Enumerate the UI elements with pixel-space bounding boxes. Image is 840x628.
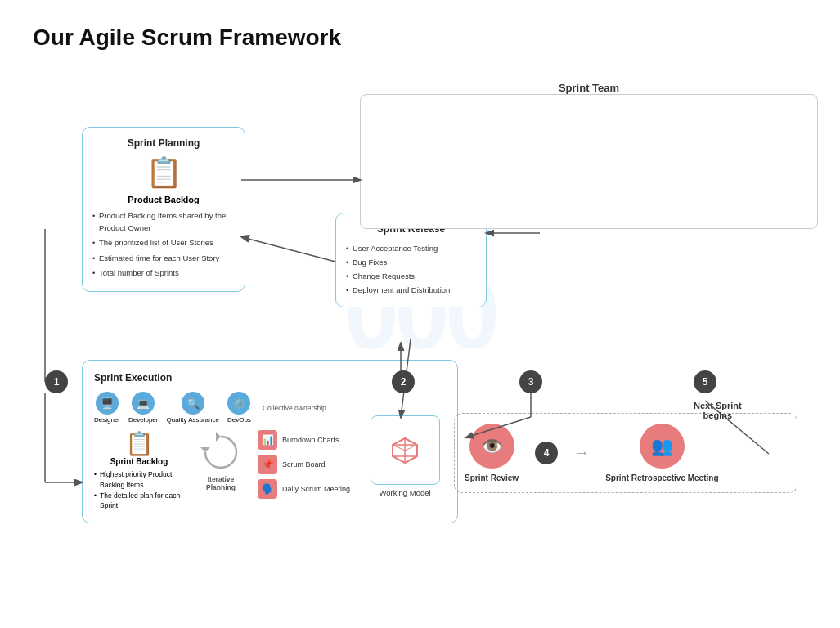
exec-developer: 💻 Developer xyxy=(128,392,158,424)
svg-marker-1 xyxy=(216,432,221,442)
sprint-review-label: Sprint Review xyxy=(465,473,519,482)
exec-qa: 🔍 Quality Assurance xyxy=(166,392,218,424)
sprint-retro-icon: 👥 xyxy=(640,424,685,469)
working-model-label: Working Model xyxy=(364,488,446,497)
working-model-icon xyxy=(389,434,421,467)
sprint-team-container xyxy=(360,94,818,229)
svg-line-10 xyxy=(242,237,335,262)
iterative-planning: Iterative Planning xyxy=(192,430,249,491)
release-list: User Acceptance Testing Bug Fixes Change… xyxy=(346,241,476,297)
sprint-backlog-box: 📋 Sprint Backlog Highest priority Produc… xyxy=(94,430,184,511)
release-item-1: User Acceptance Testing xyxy=(346,241,476,255)
sprint-team-title: Sprint Team xyxy=(360,82,818,94)
backlog-list: Product Backlog Items shared by the Prod… xyxy=(92,209,235,279)
sprint-backlog-item-1: Highest priority Product Backlog Items xyxy=(94,469,184,491)
step-2-circle: 2 xyxy=(392,370,415,393)
step-5-circle: 5 xyxy=(694,370,716,393)
review-retro-arrow: → xyxy=(574,445,589,462)
sprint-review-icon: 👁️ xyxy=(469,424,514,469)
circular-arrow-icon xyxy=(199,430,244,475)
release-item-4: Deployment and Distribution xyxy=(346,283,476,297)
page: 000 Our Agile Scrum Framework Sprint Tea… xyxy=(0,0,840,628)
sprint-retro-label: Sprint Retrospective Meeting xyxy=(605,473,718,482)
working-model-icon-box xyxy=(371,415,440,485)
scrum-board-icon: 📌 xyxy=(258,455,277,474)
backlog-icon: 📋 xyxy=(92,155,235,190)
step-1-circle: 1 xyxy=(45,370,68,393)
sprint-backlog-icon: 📋 xyxy=(94,430,184,457)
backlog-item-1: Product Backlog Items shared by the Prod… xyxy=(92,209,235,234)
sprint-planning-title: Sprint Planning xyxy=(92,137,235,149)
svg-line-7 xyxy=(405,445,417,451)
exec-designer: 🖥️ Designer xyxy=(94,392,120,424)
exec-developer-icon: 💻 xyxy=(132,392,155,415)
svg-line-6 xyxy=(393,445,405,451)
sprint-backlog-item-2: The detailed plan for each Sprint xyxy=(94,491,184,512)
working-model-section: Working Model xyxy=(364,415,446,497)
step-3-circle: 3 xyxy=(519,370,542,393)
backlog-item-2: The prioritized list of User Stories xyxy=(92,236,235,249)
burndown-icon: 📊 xyxy=(258,430,277,450)
sprint-review-box: 👁️ Sprint Review xyxy=(465,424,519,482)
iterative-planning-label: Iterative Planning xyxy=(192,475,249,491)
backlog-item-4: Total number of Sprints xyxy=(92,267,235,279)
collective-label: Collective ownership xyxy=(263,404,326,412)
page-title: Our Agile Scrum Framework xyxy=(33,25,807,51)
next-sprint-label: Next Sprint begins xyxy=(694,401,742,420)
sprint-backlog-list: Highest priority Product Backlog Items T… xyxy=(94,469,184,511)
step-4-circle: 4 xyxy=(535,442,558,464)
sprint-review-retro-area: 👁️ Sprint Review 4 → 👥 Sprint Retrospect… xyxy=(454,413,797,493)
release-item-2: Bug Fixes xyxy=(346,255,476,269)
exec-qa-icon: 🔍 xyxy=(182,392,204,415)
release-item-3: Change Requests xyxy=(346,269,476,283)
svg-marker-0 xyxy=(200,447,210,452)
sprint-retro-box: 👥 Sprint Retrospective Meeting xyxy=(605,424,718,482)
product-backlog-title: Product Backlog xyxy=(92,195,235,204)
exec-devops: ⚙️ DevOps xyxy=(227,392,251,424)
exec-devops-icon: ⚙️ xyxy=(227,392,250,415)
backlog-item-3: Estimated time for each User Story xyxy=(92,252,235,264)
sprint-planning-box: Sprint Planning 📋 Product Backlog Produc… xyxy=(82,127,245,292)
exec-designer-icon: 🖥️ xyxy=(96,392,119,415)
daily-scrum-icon: 🗣️ xyxy=(258,479,277,499)
sprint-backlog-title: Sprint Backlog xyxy=(94,457,184,466)
